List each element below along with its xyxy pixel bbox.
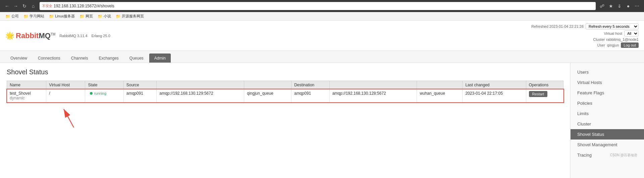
address-bar[interactable]: 不安全 192.168.130.128:15672/#/shovels: [40, 2, 596, 10]
cell-last-changed: 2023-01-04 22:17:05: [463, 89, 526, 102]
cluster-label: Cluster: [593, 37, 605, 41]
sidebar-item-tracing[interactable]: Tracing CSDN @百慕倾君: [571, 150, 644, 160]
cell-dest-exchange: amqp091: [291, 89, 329, 102]
col-dest-url: [329, 81, 417, 89]
cell-source-url: amqp://192.168.130.129:5672: [157, 89, 244, 102]
col-source-url: [157, 81, 244, 89]
bookmark-novel[interactable]: 📁 小说: [96, 13, 113, 19]
rabbit-icon: 🌟: [5, 31, 14, 40]
cluster-value: rabbitmq_1@node1: [606, 37, 639, 41]
bookmarks-bar: 📁 公司 📁 学习网站 📁 Linux服务器 📁 网页 📁 小说 📁 开源服务网…: [0, 12, 644, 21]
bookmark-label: 网页: [86, 14, 93, 19]
cell-dest-url: amqp://192.168.130.128:5672: [329, 89, 417, 102]
sidebar-item-users[interactable]: Users: [571, 67, 644, 77]
back-button[interactable]: ←: [3, 2, 11, 10]
tab-channels[interactable]: Channels: [66, 54, 93, 63]
col-operations: Operations: [526, 81, 563, 89]
bookmark-label: 开源服务网页: [122, 14, 144, 19]
folder-icon: 📁: [23, 14, 29, 19]
bookmark-label: 公司: [11, 14, 19, 19]
downloads-button[interactable]: ⇓: [616, 2, 623, 10]
folder-icon: 📁: [49, 14, 54, 19]
svg-line-1: [64, 109, 74, 127]
main-layout: Shovel Status Name Virtual Host State So…: [0, 63, 644, 178]
top-bar: 🌟 RabbitMQTM RabbitMQ 3.11.4 Erlang 25.0…: [0, 21, 644, 51]
vhost-select[interactable]: All /: [624, 30, 639, 36]
red-arrow-icon: [54, 102, 87, 129]
bookmark-linux[interactable]: 📁 Linux服务器: [47, 13, 77, 19]
cell-state: running: [85, 89, 123, 102]
nav-buttons: ← → ↻ ⌂: [3, 2, 37, 10]
col-dest-exchange: Destination: [291, 81, 329, 89]
erlang-version: Erlang 25.0: [92, 34, 110, 38]
cell-operations: Restart: [526, 89, 563, 102]
extensions-button[interactable]: ☍: [598, 2, 606, 10]
tab-queues[interactable]: Queues: [124, 54, 149, 63]
sidebar-item-limits[interactable]: Limits: [571, 108, 644, 119]
folder-icon: 📁: [98, 14, 103, 19]
sidebar-item-policies[interactable]: Policies: [571, 98, 644, 108]
trademark-text: TM: [51, 32, 55, 36]
logo: 🌟 RabbitMQTM: [5, 31, 55, 40]
tab-admin[interactable]: Admin: [149, 54, 171, 63]
cell-name: test_Shovel dynamic: [7, 89, 46, 102]
logo-text: RabbitMQTM: [16, 31, 55, 40]
app-container: 🌟 RabbitMQTM RabbitMQ 3.11.4 Erlang 25.0…: [0, 21, 644, 178]
cell-source-queue: qingjun_queue: [244, 89, 291, 102]
refreshed-text: Refreshed 2023-01-04 22:21:26: [531, 24, 584, 28]
bookmark-study[interactable]: 📁 学习网站: [21, 13, 46, 19]
version-info: RabbitMQ 3.11.4 Erlang 25.0: [59, 34, 110, 38]
vhost-row: Virtual host All /: [604, 30, 639, 36]
cell-source-exchange: amqp091: [123, 89, 157, 102]
folder-icon: 📁: [5, 14, 10, 19]
home-button[interactable]: ⌂: [30, 2, 37, 10]
state-badge: running: [88, 91, 108, 96]
top-right-info: Refreshed 2023-01-04 22:21:26 Refresh ev…: [531, 23, 639, 48]
sidebar-item-cluster[interactable]: Cluster: [571, 119, 644, 129]
sidebar-item-virtual-hosts[interactable]: Virtual Hosts: [571, 77, 644, 88]
address-text: 192.168.130.128:15672/#/shovels: [54, 4, 114, 8]
menu-button[interactable]: ⋯: [633, 2, 641, 10]
restart-button[interactable]: Restart: [529, 91, 547, 97]
col-state: State: [85, 81, 123, 89]
user-label: User: [597, 43, 605, 47]
sidebar-item-feature-flags[interactable]: Feature Flags: [571, 88, 644, 98]
col-vhost: Virtual Host: [46, 81, 85, 89]
tab-connections[interactable]: Connections: [33, 54, 65, 63]
logout-button[interactable]: Log out: [621, 42, 639, 48]
bookmark-opensource[interactable]: 📁 开源服务网页: [114, 13, 146, 19]
profile-button[interactable]: ●: [625, 2, 632, 10]
sidebar-footer-text: CSDN @百慕倾君: [610, 153, 637, 158]
tab-exchanges[interactable]: Exchanges: [94, 54, 123, 63]
cluster-row: Cluster rabbitmq_1@node1: [593, 37, 639, 41]
security-warning: 不安全: [42, 4, 52, 8]
refresh-select[interactable]: Refresh every 5 seconds Refresh every 10…: [586, 23, 639, 29]
folder-icon: 📁: [116, 14, 121, 19]
forward-button[interactable]: →: [12, 2, 19, 10]
logo-section: 🌟 RabbitMQTM RabbitMQ 3.11.4 Erlang 25.0: [5, 31, 110, 40]
shovel-table: Name Virtual Host State Source Destinati…: [7, 81, 564, 102]
bookmark-company[interactable]: 📁 公司: [3, 13, 21, 19]
col-last-changed: Last changed: [463, 81, 526, 89]
bookmark-label: 小说: [104, 14, 111, 19]
user-value: qingjun: [607, 43, 619, 47]
content-area: Shovel Status Name Virtual Host State So…: [0, 63, 570, 178]
browser-chrome: ← → ↻ ⌂ 不安全 192.168.130.128:15672/#/shov…: [0, 0, 644, 12]
sidebar: Users Virtual Hosts Feature Flags Polici…: [570, 63, 644, 178]
cell-dest-queue: wuhan_queue: [417, 89, 463, 102]
favorites-button[interactable]: ★: [607, 2, 614, 10]
refresh-row: Refreshed 2023-01-04 22:21:26 Refresh ev…: [531, 23, 639, 29]
browser-actions: ☍ ★ ⇓ ● ⋯: [598, 2, 641, 10]
folder-icon: 📁: [79, 14, 85, 19]
col-source-queue: [244, 81, 291, 89]
sidebar-item-shovel-management[interactable]: Shovel Management: [571, 140, 644, 150]
sidebar-item-shovel-status[interactable]: Shovel Status: [571, 129, 644, 140]
bookmark-web[interactable]: 📁 网页: [77, 13, 95, 19]
cell-vhost: /: [46, 89, 85, 102]
tab-overview[interactable]: Overview: [5, 54, 32, 63]
annotation-container: [7, 102, 564, 129]
table-row: test_Shovel dynamic / running amqp091 am…: [7, 89, 564, 102]
rabbitmq-version: RabbitMQ 3.11.4: [59, 34, 87, 38]
refresh-button[interactable]: ↻: [21, 2, 28, 10]
col-name: Name: [7, 81, 46, 89]
